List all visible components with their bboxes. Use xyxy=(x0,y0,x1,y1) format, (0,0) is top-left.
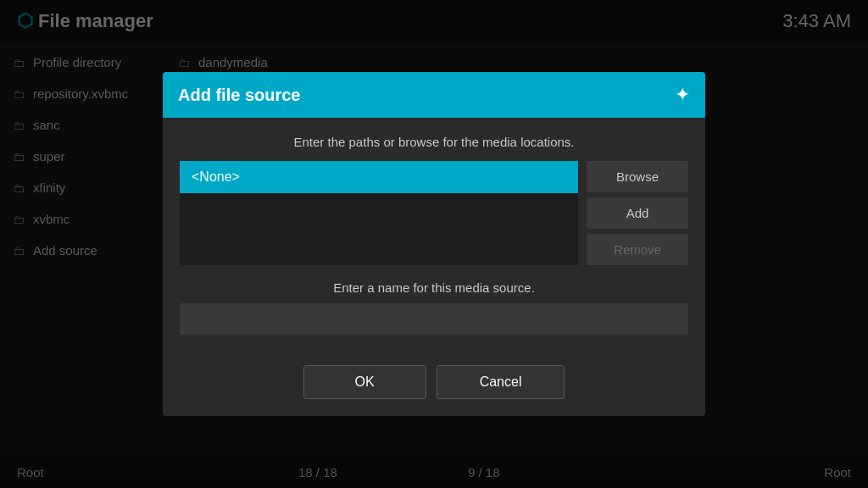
modal-overlay: Add file source ✦ Enter the paths or bro… xyxy=(0,0,868,488)
path-section: <None> Browse Add Remove xyxy=(180,161,688,265)
dialog-title: Add file source xyxy=(178,86,300,105)
name-label: Enter a name for this media source. xyxy=(180,280,688,295)
ok-button[interactable]: OK xyxy=(303,365,426,399)
dialog-header: Add file source ✦ xyxy=(163,72,705,118)
dialog-body: Enter the paths or browse for the media … xyxy=(163,118,705,352)
path-button-group: Browse Add Remove xyxy=(587,161,688,265)
add-file-source-dialog: Add file source ✦ Enter the paths or bro… xyxy=(163,72,705,416)
remove-button[interactable]: Remove xyxy=(587,234,688,265)
cancel-button[interactable]: Cancel xyxy=(437,365,565,399)
dialog-close-button[interactable]: ✦ xyxy=(675,84,690,106)
add-button[interactable]: Add xyxy=(587,197,688,229)
dialog-instruction: Enter the paths or browse for the media … xyxy=(180,135,688,149)
name-section: Enter a name for this media source. xyxy=(180,280,688,335)
browse-button[interactable]: Browse xyxy=(587,161,688,192)
dialog-footer: OK Cancel xyxy=(163,352,705,416)
path-input-area: <None> xyxy=(180,161,578,265)
source-name-input[interactable] xyxy=(180,303,688,335)
path-selected[interactable]: <None> xyxy=(180,161,578,193)
path-list xyxy=(180,193,578,252)
